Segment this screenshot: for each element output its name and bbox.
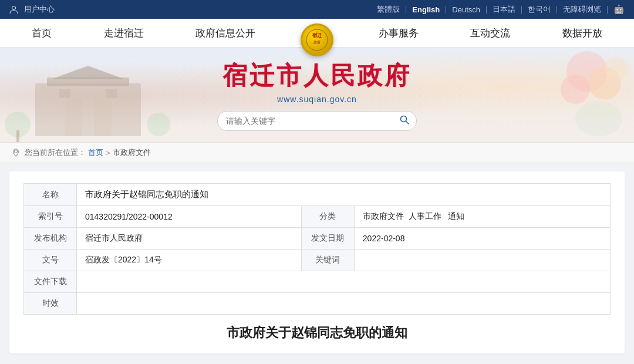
nav-data[interactable]: 数据开放 (548, 18, 616, 48)
sep4: ｜ (518, 4, 525, 15)
nav-services[interactable]: 办事服务 (365, 18, 433, 48)
label-index: 索引号 (24, 206, 77, 228)
breadcrumb-sep: > (106, 149, 110, 157)
svg-point-0 (12, 6, 16, 9)
government-emblem: 宿迁 政府 (301, 23, 333, 56)
sep6: ｜ (603, 4, 611, 15)
svg-rect-9 (94, 98, 112, 136)
lang-traditional[interactable]: 繁體版 (377, 4, 400, 15)
user-center-area[interactable]: 用户中心 (9, 4, 55, 15)
language-bar: 繁體版 ｜ English ｜ Deutsch ｜ 日本語 ｜ 한국어 ｜ 无障… (377, 4, 625, 15)
breadcrumb-current: 市政府文件 (113, 147, 151, 158)
nav-about[interactable]: 走进宿迁 (90, 18, 158, 48)
svg-rect-8 (65, 98, 82, 136)
label-keywords: 关键词 (301, 250, 354, 271)
table-row: 索引号 014320291/2022-00012 分类 市政府文件 人事工作 通… (24, 206, 611, 228)
top-bar: 用户中心 繁體版 ｜ English ｜ Deutsch ｜ 日本語 ｜ 한국어… (0, 0, 634, 19)
svg-marker-7 (53, 66, 123, 79)
lang-korean[interactable]: 한국어 (528, 4, 551, 15)
breadcrumb-bar: 您当前所在位置： 首页 > 市政府文件 (0, 142, 634, 163)
user-icon (9, 5, 18, 14)
banner-building-svg (0, 66, 176, 142)
value-name: 市政府关于赵锦同志免职的通知 (77, 184, 611, 206)
search-input[interactable] (218, 113, 393, 129)
svg-text:政府: 政府 (313, 40, 321, 44)
site-url: www.suqian.gov.cn (277, 95, 357, 104)
svg-rect-6 (47, 77, 129, 86)
value-index: 014320291/2022-00012 (77, 206, 302, 228)
nav-home[interactable]: 首页 (18, 18, 66, 48)
svg-line-21 (406, 122, 409, 124)
nav-interaction[interactable]: 互动交流 (456, 18, 524, 48)
sep5: ｜ (553, 4, 561, 15)
accessibility-icon[interactable]: 🤖 (613, 4, 625, 15)
banner-flowers-svg (505, 48, 634, 142)
svg-rect-5 (35, 83, 141, 136)
breadcrumb-prefix: 您当前所在位置： (25, 147, 86, 158)
main-content: 名称 市政府关于赵锦同志免职的通知 索引号 014320291/2022-000… (9, 171, 625, 353)
nav-info[interactable]: 政府信息公开 (181, 18, 269, 48)
search-icon (400, 115, 409, 124)
label-docno: 文号 (24, 250, 77, 271)
value-keywords (354, 250, 610, 271)
sep1: ｜ (402, 4, 410, 15)
doc-info-table: 名称 市政府关于赵锦同志免职的通知 索引号 014320291/2022-000… (23, 183, 611, 315)
breadcrumb-home[interactable]: 首页 (88, 147, 103, 158)
sep3: ｜ (483, 4, 490, 15)
svg-rect-14 (16, 130, 19, 142)
table-row: 发布机构 宿迁市人民政府 发文日期 2022-02-08 (24, 228, 611, 250)
value-docno: 宿政发〔2022〕14号 (77, 250, 302, 271)
article-title: 市政府关于赵锦同志免职的通知 (23, 324, 611, 344)
lang-japanese[interactable]: 日本語 (493, 4, 515, 15)
svg-point-13 (147, 113, 170, 136)
table-row: 文件下载 (24, 271, 611, 293)
sep2: ｜ (442, 4, 450, 15)
search-bar (217, 111, 417, 131)
table-row: 时效 (24, 293, 611, 315)
label-publisher: 发布机构 (24, 228, 77, 250)
table-row: 名称 市政府关于赵锦同志免职的通知 (24, 184, 611, 206)
label-name: 名称 (24, 184, 77, 206)
lang-deutsch[interactable]: Deutsch (452, 5, 480, 14)
header-center: 宿迁市人民政府 www.suqian.gov.cn (217, 59, 417, 131)
search-button[interactable] (393, 112, 416, 130)
label-download: 文件下载 (24, 271, 77, 293)
user-center-label[interactable]: 用户中心 (24, 4, 55, 15)
svg-rect-10 (59, 89, 70, 98)
svg-point-22 (15, 150, 18, 153)
location-icon (12, 149, 20, 157)
site-title: 宿迁市人民政府 (222, 59, 412, 92)
table-row: 文号 宿政发〔2022〕14号 关键词 (24, 250, 611, 271)
label-date: 发文日期 (301, 228, 354, 250)
svg-point-18 (605, 57, 628, 80)
label-category: 分类 (301, 206, 354, 228)
svg-rect-11 (106, 89, 117, 98)
value-download (77, 271, 611, 293)
lang-english[interactable]: English (412, 5, 440, 14)
value-publisher: 宿迁市人民政府 (77, 228, 302, 250)
nav-bar: 宿迁 政府 首页 走进宿迁 政府信息公开 办事服务 互动交流 数据开放 (0, 19, 634, 48)
header-banner: 宿迁市人民政府 www.suqian.gov.cn (0, 48, 634, 142)
lang-accessible[interactable]: 无障碍浏览 (563, 4, 601, 15)
svg-point-17 (561, 75, 590, 104)
value-date: 2022-02-08 (354, 228, 610, 250)
label-validity: 时效 (24, 293, 77, 315)
value-category: 市政府文件 人事工作 通知 (354, 206, 610, 228)
value-validity (77, 293, 611, 315)
svg-point-19 (575, 101, 622, 136)
